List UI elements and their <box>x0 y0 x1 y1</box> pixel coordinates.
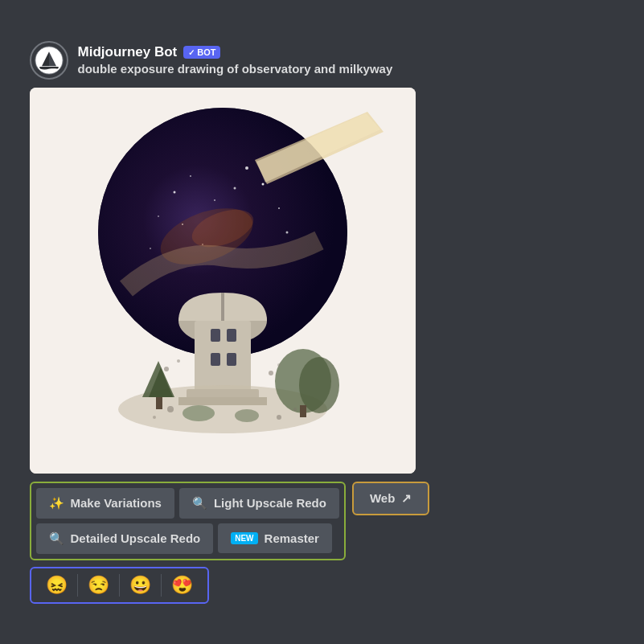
emoji-tired-button[interactable]: 😖 <box>39 573 74 597</box>
svg-rect-27 <box>211 353 220 366</box>
emoji-divider-2 <box>119 574 120 597</box>
bottom-button-row: 🔍 Detailed Upscale Redo NEW Remaster <box>36 523 339 554</box>
detailed-upscale-redo-button[interactable]: 🔍 Detailed Upscale Redo <box>36 523 214 554</box>
emoji-unamused-button[interactable]: 😒 <box>81 573 116 597</box>
svg-point-17 <box>233 187 236 189</box>
light-upscale-redo-button[interactable]: 🔍 Light Upscale Redo <box>179 488 339 519</box>
svg-point-9 <box>261 183 264 185</box>
magnify-icon: 🔍 <box>49 531 64 546</box>
svg-point-14 <box>285 231 288 233</box>
svg-point-41 <box>277 363 281 367</box>
svg-point-10 <box>278 207 280 209</box>
bot-badge: BOT <box>183 46 220 59</box>
emoji-heart-eyes-button[interactable]: 😍 <box>165 573 199 597</box>
new-badge: NEW <box>231 532 257 544</box>
web-label: Web <box>370 491 395 505</box>
emoji-divider-3 <box>161 574 162 597</box>
emoji-smile-button[interactable]: 😀 <box>123 573 158 597</box>
svg-point-38 <box>164 367 169 371</box>
sparkles-icon: ✨ <box>49 496 64 511</box>
external-link-icon: ↗ <box>401 491 412 506</box>
svg-point-44 <box>153 416 156 419</box>
svg-point-39 <box>177 359 180 363</box>
svg-rect-34 <box>156 397 162 409</box>
svg-point-12 <box>245 166 248 170</box>
svg-point-8 <box>190 175 191 177</box>
svg-point-15 <box>150 248 151 249</box>
svg-rect-26 <box>227 329 236 342</box>
web-button[interactable]: Web ↗ <box>352 482 429 515</box>
svg-rect-37 <box>300 405 306 417</box>
emoji-reactions: 😖 😒 😀 😍 <box>30 567 209 604</box>
svg-point-46 <box>183 405 215 421</box>
light-upscale-redo-label: Light Upscale Redo <box>214 496 326 510</box>
remaster-label: Remaster <box>265 531 319 545</box>
svg-point-43 <box>277 415 281 420</box>
make-variations-button[interactable]: ✨ Make Variations <box>36 488 174 519</box>
svg-rect-28 <box>227 353 236 366</box>
svg-point-40 <box>269 371 273 375</box>
bot-avatar <box>30 41 68 80</box>
emoji-divider-1 <box>77 574 78 597</box>
svg-point-36 <box>299 357 339 413</box>
svg-rect-24 <box>195 321 251 393</box>
message-header: Midjourney Bot BOT double exposure drawi… <box>30 41 615 80</box>
svg-point-7 <box>173 191 175 193</box>
buttons-wrapper: ✨ Make Variations 🔍 Light Upscale Redo 🔍… <box>30 482 615 560</box>
bot-name: Midjourney Bot <box>78 44 178 60</box>
svg-point-42 <box>167 406 174 412</box>
prompt-text: double exposure drawing of observatory a… <box>78 62 393 76</box>
generated-image[interactable] <box>30 88 416 474</box>
main-buttons-group: ✨ Make Variations 🔍 Light Upscale Redo 🔍… <box>30 482 346 560</box>
svg-point-13 <box>214 199 215 201</box>
svg-point-45 <box>293 408 297 411</box>
make-variations-label: Make Variations <box>71 496 162 510</box>
svg-point-47 <box>235 409 259 422</box>
search-icon: 🔍 <box>192 496 207 511</box>
header-text: Midjourney Bot BOT double exposure drawi… <box>78 44 393 76</box>
message-card: Midjourney Bot BOT double exposure drawi… <box>17 28 628 617</box>
bot-name-row: Midjourney Bot BOT <box>78 44 393 60</box>
top-button-row: ✨ Make Variations 🔍 Light Upscale Redo <box>36 488 339 519</box>
detailed-upscale-redo-label: Detailed Upscale Redo <box>71 531 201 545</box>
svg-point-11 <box>158 215 159 217</box>
svg-rect-25 <box>211 329 220 342</box>
remaster-button[interactable]: NEW Remaster <box>218 523 332 553</box>
